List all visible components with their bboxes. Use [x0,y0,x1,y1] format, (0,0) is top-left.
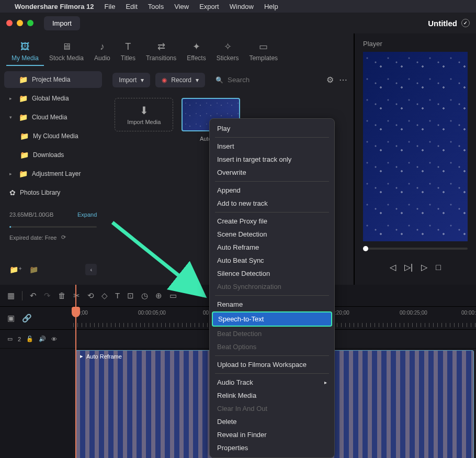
ctx-add-new-track[interactable]: Add to new track [210,197,334,210]
crop-button[interactable]: ⊡ [127,291,134,300]
folder-icon: 📁 [20,132,29,140]
ctx-upload-workspace[interactable]: Upload to Filmora Workspace [210,358,334,371]
menu-file[interactable]: File [104,3,115,10]
window-titlebar: Import Untitled ✓ [0,13,476,33]
menu-export[interactable]: Export [199,3,219,10]
context-menu: Play Insert Insert in target track only … [209,118,335,458]
tab-transitions[interactable]: ⇄Transitions [141,38,182,66]
menu-window[interactable]: Window [230,3,254,10]
ctx-clear-in-out: Clear In And Out [210,402,334,415]
window-controls [6,20,33,26]
tab-titles[interactable]: TTitles [116,38,141,66]
sidebar-item-adjustment-layer[interactable]: ▸📁Adjustment Layer [4,165,102,182]
stop-button[interactable]: □ [436,263,441,272]
ctx-delete[interactable]: Delete [210,415,334,428]
maximize-window-button[interactable] [27,20,33,26]
search-input[interactable]: 🔍 [210,72,321,87]
import-button[interactable]: Import [44,16,80,30]
sidebar-item-my-cloud-media[interactable]: 📁My Cloud Media [4,128,102,144]
speed-button[interactable]: ⟲ [87,291,94,300]
lock-icon[interactable]: 🔓 [26,336,33,342]
player-viewport[interactable] [363,52,468,241]
grid-icon[interactable]: ▦ [7,291,15,300]
prev-frame-button[interactable]: ◁ [390,262,396,272]
player-panel: Player ◁ ▷| ▷ □ [354,33,476,285]
tab-my-media[interactable]: 🖼My Media [6,38,44,66]
ctx-append[interactable]: Append [210,184,334,197]
track-button[interactable]: ▭ [169,291,177,300]
clock-button[interactable]: ◷ [141,291,148,300]
ctx-overwrite[interactable]: Overwrite [210,166,334,179]
filter-icon[interactable]: ⚙ [326,75,334,85]
ctx-reveal-finder[interactable]: Reveal in Finder [210,428,334,441]
templates-icon: ▭ [258,41,269,52]
menu-help[interactable]: Help [264,3,278,10]
ctx-auto-reframe[interactable]: Auto Reframe [210,241,334,254]
ctx-play[interactable]: Play [210,122,334,135]
photos-icon: ✿ [9,188,16,197]
record-icon: ◉ [162,76,167,84]
refresh-icon[interactable]: ⟳ [61,234,66,241]
sidebar-item-project-media[interactable]: 📁Project Media [4,71,102,88]
folder-action-icon[interactable]: 📁 [29,265,38,274]
ctx-audio-track[interactable]: Audio Track▸ [210,376,334,389]
storage-indicator: 23.65MB/1.00GB Expand [4,207,102,222]
tab-audio[interactable]: ♪Audio [89,38,116,66]
ctx-beat-options: Beat Options [210,340,334,353]
redo-button[interactable]: ↷ [44,291,51,300]
ctx-auto-beat-sync[interactable]: Auto Beat Sync [210,254,334,267]
text-button[interactable]: T [115,291,120,300]
record-dropdown[interactable]: ◉Record▾ [155,73,205,87]
tab-stickers[interactable]: ✧Stickers [211,38,244,66]
sidebar-item-downloads[interactable]: 📁Downloads [4,147,102,163]
import-media-card[interactable]: ⬇ Import Media [115,98,173,131]
titles-icon: T [122,41,134,52]
folder-icon: 📁 [20,151,29,159]
ctx-properties[interactable]: Properties [210,441,334,454]
timeline-stack-icon[interactable]: ▣ [7,314,15,323]
play-button[interactable]: ▷ [421,262,427,272]
ctx-relink-media[interactable]: Relink Media [210,389,334,402]
player-progress[interactable] [363,248,468,250]
ctx-speech-to-text[interactable]: Speech-to-Text [212,311,332,327]
sidebar-item-cloud-media[interactable]: ▾📁Cloud Media [4,109,102,126]
timeline-link-icon[interactable]: 🔗 [22,314,32,323]
split-button[interactable]: ✂ [73,291,80,300]
ctx-insert[interactable]: Insert [210,140,334,153]
tab-templates[interactable]: ▭Templates [244,38,283,66]
minimize-window-button[interactable] [17,20,23,26]
sidebar-item-photos-library[interactable]: ✿Photos Library [4,184,102,201]
search-icon: 🔍 [216,76,223,84]
expand-storage-link[interactable]: Expand [77,211,97,218]
tag-button[interactable]: ◇ [101,291,108,300]
import-dropdown[interactable]: Import▾ [112,73,150,87]
ctx-insert-target[interactable]: Insert in target track only [210,153,334,166]
ctx-rename[interactable]: Rename [210,298,334,311]
mute-icon[interactable]: 🔊 [39,336,46,342]
more-icon[interactable]: ⋯ [339,75,347,85]
next-frame-button[interactable]: ▷| [404,262,413,272]
collapse-sidebar-button[interactable]: ‹ [85,264,97,275]
tab-stock-media[interactable]: 🖥Stock Media [44,38,89,66]
video-track-icon: ▭ [7,336,13,342]
tab-effects[interactable]: ✦Effects [182,38,211,66]
sidebar-item-global-media[interactable]: ▸📁Global Media [4,90,102,107]
close-window-button[interactable] [6,20,13,26]
delete-button[interactable]: 🗑 [58,291,66,300]
ctx-silence-detection[interactable]: Silence Detection [210,267,334,280]
playhead[interactable] [75,285,76,458]
menu-tools[interactable]: Tools [148,3,164,10]
chevron-right-icon: ▸ [9,171,15,176]
app-name[interactable]: Wondershare Filmora 12 [15,3,94,10]
visibility-icon[interactable]: 👁 [51,336,57,342]
chevron-right-icon: ▸ [324,379,327,385]
folder-icon: 📁 [19,170,28,178]
new-folder-icon[interactable]: 📁⁺ [9,265,22,274]
menu-edit[interactable]: Edit [126,3,137,10]
macos-menubar: Wondershare Filmora 12 File Edit Tools V… [0,0,476,13]
undo-button[interactable]: ↶ [30,291,37,300]
ctx-proxy[interactable]: Create Proxy file [210,215,334,228]
color-button[interactable]: ⊕ [155,291,162,300]
ctx-scene-detection[interactable]: Scene Detection [210,228,334,241]
menu-view[interactable]: View [174,3,189,10]
